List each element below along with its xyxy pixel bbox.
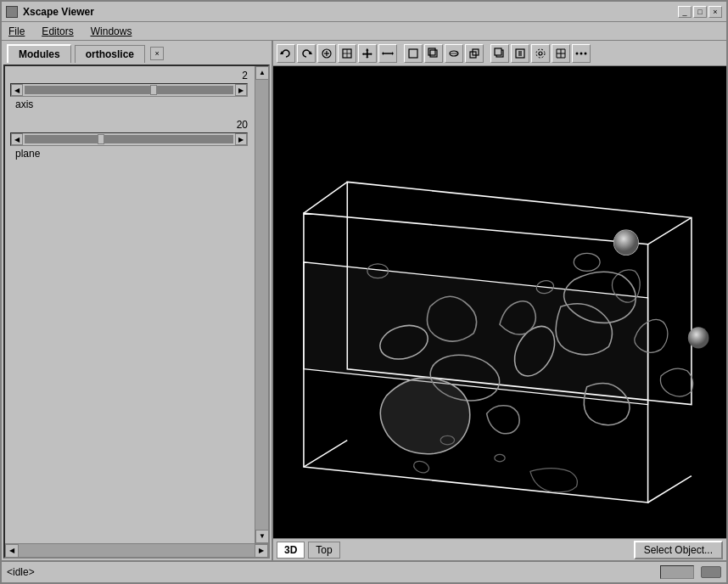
plane-label: plane xyxy=(10,146,248,161)
plane-slider-container: 20 ◀ ▶ plane xyxy=(5,115,253,165)
maximize-button[interactable]: □ xyxy=(693,6,707,18)
scroll-track-horizontal[interactable] xyxy=(19,544,255,558)
svg-point-53 xyxy=(688,327,709,348)
window-title: Xscape Viewer xyxy=(23,6,673,18)
select-object-button[interactable]: Select Object... xyxy=(634,541,723,559)
scene-svg xyxy=(273,66,726,538)
svg-point-33 xyxy=(576,52,579,54)
tool-paste[interactable] xyxy=(511,44,529,63)
tool-zoom-fit[interactable] xyxy=(317,44,336,63)
main-window: Xscape Viewer _ □ × File Editors Windows… xyxy=(0,0,728,584)
tool-top-view[interactable] xyxy=(445,44,463,63)
scroll-track-vertical[interactable] xyxy=(255,80,268,530)
svg-marker-11 xyxy=(392,52,394,55)
svg-point-52 xyxy=(614,230,639,255)
app-icon xyxy=(6,6,18,18)
tab-close-button[interactable]: × xyxy=(150,47,164,60)
tab-orthoslice[interactable]: orthoslice xyxy=(75,45,145,63)
svg-rect-13 xyxy=(430,50,437,57)
right-panel: 3D Top Select Object... xyxy=(273,41,726,560)
tool-grid[interactable] xyxy=(552,44,570,63)
tool-resize[interactable] xyxy=(378,44,397,63)
toolbar xyxy=(273,41,726,66)
bottom-bar: 3D Top Select Object... xyxy=(273,538,726,560)
plane-left-arrow[interactable]: ◀ xyxy=(11,133,23,145)
tool-settings[interactable] xyxy=(531,44,550,63)
tool-copy[interactable] xyxy=(490,44,509,63)
tool-rotate-left[interactable] xyxy=(277,44,295,63)
plane-value: 20 xyxy=(10,119,248,131)
svg-rect-20 xyxy=(495,48,501,55)
tabs-bar: Modules orthoslice × xyxy=(2,41,272,63)
plane-slider-track[interactable]: ◀ ▶ xyxy=(10,132,248,146)
tab-modules[interactable]: Modules xyxy=(7,44,71,63)
view-tab-3d[interactable]: 3D xyxy=(277,542,305,559)
tool-more[interactable] xyxy=(572,44,591,63)
svg-point-35 xyxy=(585,52,587,54)
progress-indicator xyxy=(660,565,694,579)
axis-left-arrow[interactable]: ◀ xyxy=(11,84,23,96)
status-text: <idle> xyxy=(7,566,35,578)
svg-point-25 xyxy=(539,52,542,55)
scroll-right-button[interactable]: ▶ xyxy=(255,544,268,558)
plane-slider-fill xyxy=(25,135,233,143)
axis-slider-thumb[interactable] xyxy=(150,85,157,95)
title-bar-buttons: _ □ × xyxy=(678,6,722,18)
axis-value: 2 xyxy=(10,70,248,81)
led-indicator xyxy=(701,566,721,578)
tool-move[interactable] xyxy=(358,44,377,63)
scroll-down-button[interactable]: ▼ xyxy=(255,530,269,543)
axis-label: axis xyxy=(10,97,248,112)
axis-slider-container: 2 ◀ ▶ axis xyxy=(5,66,253,115)
plane-slider-thumb[interactable] xyxy=(98,134,104,144)
menu-editors[interactable]: Editors xyxy=(38,25,76,38)
menu-file[interactable]: File xyxy=(5,25,28,38)
plane-right-arrow[interactable]: ▶ xyxy=(235,133,247,145)
tool-side-view[interactable] xyxy=(424,44,443,63)
content-area: Modules orthoslice × 2 ◀ xyxy=(2,41,726,560)
scroll-up-button[interactable]: ▲ xyxy=(255,66,269,80)
svg-rect-12 xyxy=(409,49,417,58)
scroll-left-button[interactable]: ◀ xyxy=(5,544,19,558)
menu-bar: File Editors Windows xyxy=(2,22,726,41)
panel-inner: 2 ◀ ▶ axis 20 xyxy=(5,66,253,543)
vertical-scrollbar: ▲ ▼ xyxy=(255,66,268,543)
tool-3d-view[interactable] xyxy=(465,44,484,63)
view-area xyxy=(273,66,726,538)
panel-with-scroll: 2 ◀ ▶ axis 20 xyxy=(5,66,268,543)
left-panel: Modules orthoslice × 2 ◀ xyxy=(2,41,273,560)
axis-slider-fill xyxy=(25,86,233,94)
axis-slider-track[interactable]: ◀ ▶ xyxy=(10,83,248,97)
view-tab-top[interactable]: Top xyxy=(308,542,339,559)
svg-point-26 xyxy=(536,49,545,58)
tool-select-box[interactable] xyxy=(338,44,356,63)
svg-marker-8 xyxy=(362,48,372,58)
minimize-button[interactable]: _ xyxy=(678,6,692,18)
tool-front-view[interactable] xyxy=(404,44,423,63)
module-panel: 2 ◀ ▶ axis 20 xyxy=(3,65,270,559)
axis-right-arrow[interactable]: ▶ xyxy=(235,84,247,96)
close-button[interactable]: × xyxy=(708,6,722,18)
tool-rotate-right[interactable] xyxy=(297,44,316,63)
horizontal-scrollbar: ◀ ▶ xyxy=(5,543,268,557)
menu-windows[interactable]: Windows xyxy=(87,25,136,38)
status-bar: <idle> xyxy=(2,560,726,582)
title-bar: Xscape Viewer _ □ × xyxy=(2,2,726,22)
svg-point-34 xyxy=(580,52,583,54)
svg-rect-14 xyxy=(428,48,435,55)
svg-marker-10 xyxy=(382,52,384,55)
